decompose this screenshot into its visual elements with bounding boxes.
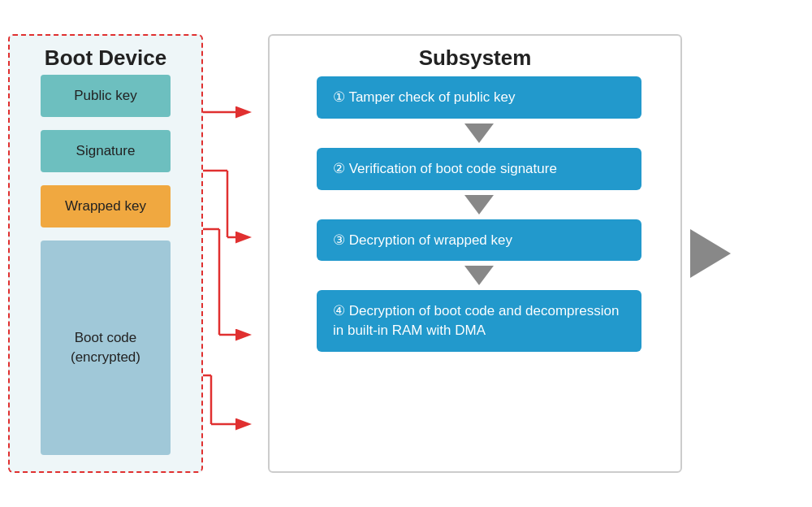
down-arrow-3 (464, 266, 494, 285)
step-1-box: ① Tamper check of public key (317, 76, 641, 119)
connection-area (203, 34, 268, 473)
subsystem-box: Subsystem ① Tamper check of public key ②… (268, 34, 682, 473)
boot-device-title: Boot Device (45, 46, 166, 71)
public-key-box: Public key (41, 75, 171, 117)
signature-box: Signature (41, 130, 171, 172)
step-3-box: ③ Decryption of wrapped key (317, 219, 641, 262)
boot-code-label: Boot code(encrypted) (71, 328, 140, 367)
boot-device-box: Boot Device Public key Signature Wrapped… (8, 34, 203, 473)
down-arrow-2 (464, 195, 494, 214)
subsystem-title: Subsystem (419, 46, 532, 71)
down-arrow-1 (464, 124, 494, 143)
step-4-box: ④ Decryption of boot code and decompress… (317, 290, 641, 352)
wrapped-key-box: Wrapped key (41, 185, 171, 228)
boot-code-box: Boot code(encrypted) (41, 240, 171, 455)
step-2-box: ② Verification of boot code signature (317, 148, 641, 190)
arrows-svg (203, 34, 268, 473)
output-arrow (690, 229, 731, 278)
diagram-container: Boot Device Public key Signature Wrapped… (8, 14, 804, 493)
